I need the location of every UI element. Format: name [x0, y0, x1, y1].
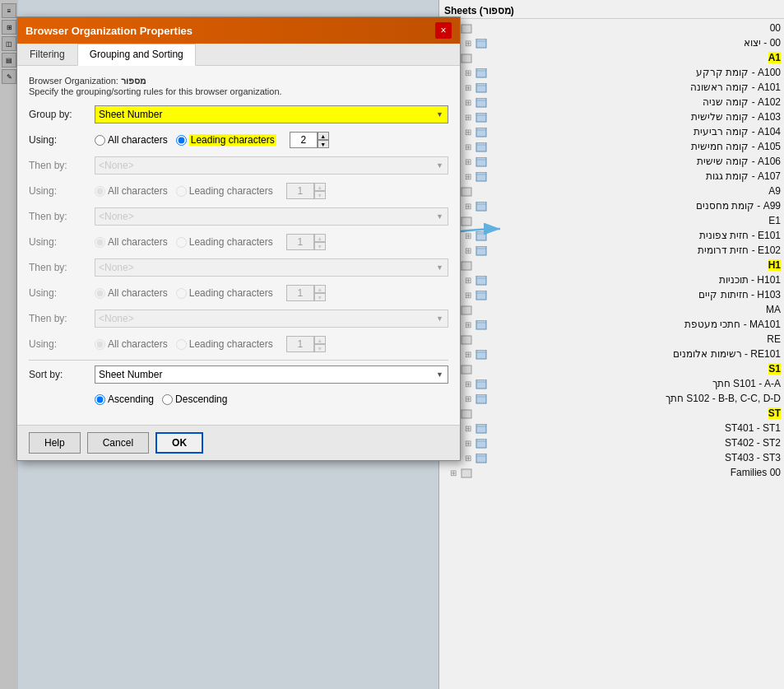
tree-row[interactable]: ⊟S1 [439, 361, 784, 376]
tree-expander[interactable]: ⊞ [448, 467, 459, 478]
descending-input[interactable] [162, 394, 173, 405]
tree-expander[interactable]: ⊞ [462, 274, 474, 286]
tree-row[interactable]: ⊞A101 - קומה ראשונה [439, 80, 784, 95]
tree-row[interactable]: ⊞00 [439, 21, 784, 35]
leading-chars-radio-3[interactable]: Leading characters [176, 236, 273, 248]
descending-radio[interactable]: Descending [162, 393, 227, 405]
tree-row[interactable]: ⊞ST402 - ST2 [439, 435, 784, 450]
sidebar-icon-1[interactable]: ≡ [2, 3, 16, 18]
tree-expander[interactable]: ⊞ [462, 289, 474, 300]
spinner-input-4[interactable] [286, 285, 314, 301]
tree-expander[interactable]: ⊞ [462, 348, 474, 360]
help-button[interactable]: Help [29, 432, 81, 454]
cancel-button[interactable]: Cancel [87, 432, 149, 454]
leading-chars-radio-5[interactable]: Leading characters [176, 338, 273, 350]
leading-chars-input-2[interactable] [176, 186, 187, 197]
tree-row[interactable]: ⊞RE101 - רשימות אלומנים [439, 347, 784, 361]
tree-row[interactable]: ⊟ST [439, 406, 784, 421]
spinner-up-4[interactable]: ▲ [314, 285, 326, 293]
leading-chars-input-1[interactable] [176, 135, 187, 146]
spinner-up-3[interactable]: ▲ [314, 234, 326, 242]
ok-button[interactable]: OK [155, 432, 203, 454]
all-chars-radio-2[interactable]: All characters [95, 185, 168, 197]
sidebar-icon-3[interactable]: ◫ [2, 36, 16, 51]
tree-row[interactable]: ⊟A9 [439, 184, 784, 198]
tree-row[interactable]: ⊟A1 [439, 50, 784, 65]
tree-expander[interactable]: ⊞ [462, 437, 474, 449]
tree-row[interactable]: ⊞S102 - B-B, C-C, D-D חתך [439, 391, 784, 406]
all-chars-radio-1[interactable]: All characters [95, 134, 168, 146]
tree-row[interactable]: ⊞H101 - תוכניות [439, 272, 784, 287]
tree-expander[interactable]: ⊞ [462, 81, 474, 93]
tree-expander[interactable]: ⊞ [462, 141, 474, 152]
then-by-select-4[interactable]: <None> [95, 310, 448, 328]
tab-filtering[interactable]: Filtering [17, 44, 77, 65]
tree-expander[interactable]: ⊞ [462, 170, 474, 182]
tree-row[interactable]: ⊞A105 - קומה חמישית [439, 139, 784, 154]
spinner-input-1[interactable] [290, 132, 318, 148]
then-by-select-1[interactable]: <None> [95, 156, 448, 175]
tree-row[interactable]: ⊞ST401 - ST1 [439, 421, 784, 435]
tree-row[interactable]: ⊞E102 - חזית דרומית [439, 243, 784, 258]
all-chars-input-4[interactable] [95, 288, 105, 299]
spinner-down-1[interactable]: ▼ [318, 140, 329, 148]
all-chars-radio-5[interactable]: All characters [95, 338, 168, 350]
tree-expander[interactable]: ⊞ [462, 111, 474, 123]
all-chars-input-2[interactable] [95, 186, 105, 197]
tree-expander[interactable]: ⊞ [462, 393, 474, 404]
tree-expander[interactable]: ⊞ [462, 156, 474, 167]
spinner-up-2[interactable]: ▲ [314, 183, 326, 191]
tree-expander[interactable]: ⊞ [462, 67, 474, 78]
ascending-input[interactable] [95, 394, 105, 405]
tree-row[interactable]: ⊟RE [439, 332, 784, 347]
tree-row[interactable]: ⊞A100 - קומת קרקע [439, 65, 784, 80]
tree-expander[interactable]: ⊞ [462, 378, 474, 389]
sort-by-select[interactable]: Sheet Number [95, 365, 448, 384]
tree-row[interactable]: ⊞00 - יצוא [439, 35, 784, 50]
tree-expander[interactable]: ⊞ [462, 452, 474, 463]
tree-row[interactable]: ⊞E101 - חזית צפונית [439, 228, 784, 243]
tree-expander[interactable]: ⊞ [462, 200, 474, 212]
spinner-down-5[interactable]: ▼ [314, 344, 326, 352]
leading-chars-input-5[interactable] [176, 339, 187, 350]
tree-expander[interactable]: ⊞ [462, 319, 474, 330]
tree-expander[interactable]: ⊞ [462, 96, 474, 108]
close-button[interactable]: × [435, 22, 452, 39]
sidebar-icon-4[interactable]: ▤ [2, 53, 16, 68]
all-chars-input-1[interactable] [95, 135, 105, 146]
tree-row[interactable]: ⊞A102 - קומה שניה [439, 95, 784, 109]
tree-expander[interactable]: ⊞ [462, 244, 474, 256]
tree-row[interactable]: ⊟H1 [439, 258, 784, 272]
group-by-select[interactable]: Sheet Number [95, 105, 448, 123]
tree-row[interactable]: ⊞A106 - קומה שישית [439, 154, 784, 169]
leading-chars-input-4[interactable] [176, 288, 187, 299]
leading-chars-radio-2[interactable]: Leading characters [176, 185, 273, 197]
tree-expander[interactable]: ⊞ [462, 230, 474, 241]
sidebar-icon-5[interactable]: ✎ [2, 69, 16, 84]
tree-row[interactable]: ⊞A104 - קומה רביעית [439, 124, 784, 139]
tree-row[interactable]: ⊞MA101 - חתכי מעטפת [439, 317, 784, 332]
tree-row[interactable]: ⊞A103 - קומה שלישית [439, 109, 784, 124]
then-by-select-3[interactable]: <None> [95, 258, 448, 277]
then-by-select-2[interactable]: <None> [95, 207, 448, 226]
leading-chars-radio-4[interactable]: Leading characters [176, 287, 273, 299]
tree-row[interactable]: ⊞A107 - קומת גגות [439, 169, 784, 184]
tree-row[interactable]: ⊞S101 - A-A חתך [439, 376, 784, 391]
spinner-up-1[interactable]: ▲ [318, 132, 329, 140]
spinner-down-2[interactable]: ▼ [314, 191, 326, 199]
all-chars-radio-3[interactable]: All characters [95, 236, 168, 248]
tree-row[interactable]: ⊞H103 - חזיתות קיים [439, 287, 784, 302]
tab-grouping-sorting[interactable]: Grouping and Sorting [77, 44, 196, 66]
tree-expander[interactable]: ⊞ [462, 126, 474, 137]
tree-row[interactable]: ⊞00 Families [439, 465, 784, 480]
tree-row[interactable]: ⊞ST403 - ST3 [439, 450, 784, 465]
spinner-down-3[interactable]: ▼ [314, 242, 326, 250]
spinner-input-5[interactable] [286, 336, 314, 352]
all-chars-input-3[interactable] [95, 237, 105, 248]
spinner-input-3[interactable] [286, 234, 314, 250]
tree-row[interactable]: ⊟E1 [439, 213, 784, 228]
all-chars-radio-4[interactable]: All characters [95, 287, 168, 299]
all-chars-input-5[interactable] [95, 339, 105, 350]
spinner-up-5[interactable]: ▲ [314, 336, 326, 344]
spinner-down-4[interactable]: ▼ [314, 293, 326, 301]
